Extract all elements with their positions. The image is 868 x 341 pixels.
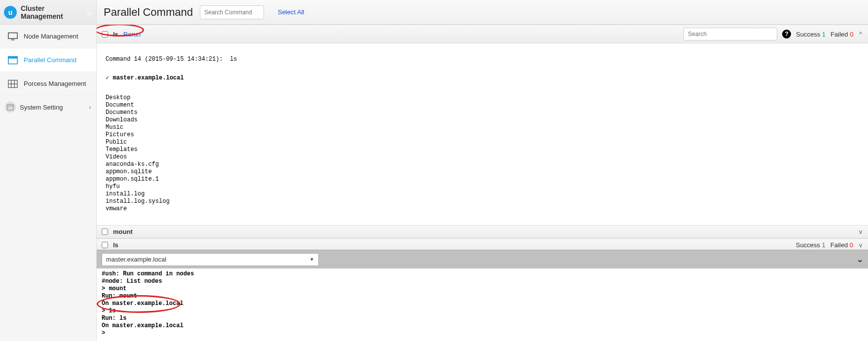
sidebar-item-parallel-command[interactable]: Parallel Command [0,48,96,72]
chevron-down-icon[interactable]: ⌄ [87,8,92,16]
expand-icon[interactable]: v [858,242,863,249]
collapse-terminal-icon[interactable]: ⌄ [857,255,863,264]
bottom-bar: master.example.local ▼ ⌄ [97,250,868,268]
sidebar-header[interactable]: u Cluster Management ⌄ [0,0,96,25]
command-row: ls Success 1 Failed 0 v [97,238,868,250]
main-content: Parallel Command Select All ls Rerun ? S… [97,0,868,341]
sidebar-title: Cluster Management [21,4,87,20]
page-title: Parallel Command [104,6,193,19]
collapse-icon[interactable]: ^ [858,31,863,38]
command-checkbox[interactable] [102,242,108,248]
sidebar: u Cluster Management ⌄ Node Management P… [0,0,97,341]
topbar: Parallel Command Select All [97,0,868,25]
terminal-output[interactable]: #ush: Run command in nodes #node: List n… [97,268,868,341]
select-all-link[interactable]: Select All [278,8,304,16]
logo-icon: u [4,6,17,19]
sidebar-item-label: Parallel Command [24,56,76,64]
sidebar-item-label: System Setting [20,104,63,111]
success-stat: Success 1 [796,241,826,249]
failed-stat: Failed 0 [830,31,853,38]
grid-icon [7,79,19,89]
help-icon[interactable]: ? [782,30,791,38]
output-host: ✓ master.example.local [106,75,859,82]
command-name: ls [113,31,118,38]
output-search-input[interactable] [683,28,777,40]
svg-rect-0 [8,33,17,38]
command-row: mount v [97,225,868,238]
svg-rect-3 [8,56,17,58]
calendar-icon [5,102,16,113]
node-select-value: master.example.local [106,256,166,263]
sidebar-item-node-management[interactable]: Node Management [0,25,96,48]
node-select[interactable]: master.example.local ▼ [102,253,319,266]
chevron-right-icon: › [89,103,91,111]
svg-rect-1 [11,39,15,40]
command-list[interactable]: ls Rerun ? Success 1 Failed 0 ^ Command … [97,25,868,250]
terminal-icon [7,55,19,65]
command-checkbox[interactable] [102,31,108,38]
command-name: mount [113,228,133,235]
search-command-input[interactable] [200,5,264,19]
sidebar-item-process-management[interactable]: Porcess Management [0,72,96,96]
command-checkbox[interactable] [102,228,108,235]
sidebar-item-label: Porcess Management [24,80,86,87]
rerun-link[interactable]: Rerun [123,31,141,38]
command-output: Command 14 (2015-09-15 14:34:21): ls ✓ m… [97,43,868,225]
sidebar-item-system-setting[interactable]: System Setting › [0,96,96,118]
expand-icon[interactable]: v [858,228,863,235]
command-row: ls Rerun ? Success 1 Failed 0 ^ [97,25,868,43]
failed-stat: Failed 0 [830,241,853,249]
command-name: ls [113,241,118,249]
svg-rect-8 [7,105,13,110]
sidebar-item-label: Node Management [24,33,78,40]
chevron-down-icon: ▼ [309,257,314,262]
success-stat: Success 1 [796,31,826,38]
monitor-icon [7,32,19,41]
